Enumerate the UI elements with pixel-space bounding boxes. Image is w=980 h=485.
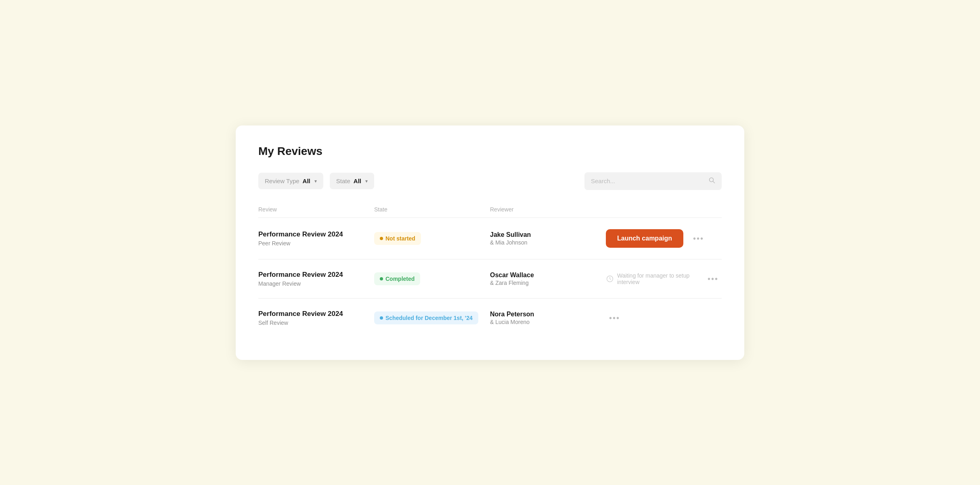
more-options-button-3[interactable]: ••• [606,312,623,324]
search-input[interactable] [591,178,706,184]
review-cell-1: Performance Review 2024 Peer Review [258,230,374,247]
badge-dot-2 [380,277,383,280]
table-header: Review State Reviewer [258,206,722,218]
reviewer-cell-1: Jake Sullivan & Mia Johnson [490,231,606,246]
search-box[interactable] [584,172,722,190]
clock-icon [606,275,614,283]
main-card: My Reviews Review Type All ▾ State All ▾… [236,125,744,360]
state-cell-2: Completed [374,272,490,285]
review-type-value: All [303,178,310,184]
table-row: Performance Review 2024 Peer Review Not … [258,218,722,259]
reviewer-cell-2: Oscar Wallace & Zara Fleming [490,272,606,286]
table-row: Performance Review 2024 Manager Review C… [258,259,722,299]
more-options-button-2[interactable]: ••• [704,273,722,284]
state-cell-3: Scheduled for December 1st, '24 [374,311,490,324]
review-type-filter[interactable]: Review Type All ▾ [258,173,323,189]
review-name-3: Performance Review 2024 [258,310,374,318]
table-row: Performance Review 2024 Self Review Sche… [258,299,722,337]
action-cell-1: Launch campaign ••• [606,229,722,248]
search-icon [709,177,715,185]
review-type-3: Self Review [258,320,374,326]
state-label-2: Completed [385,276,415,282]
svg-line-1 [713,181,715,183]
state-badge-2: Completed [374,272,420,285]
review-type-label: Review Type [265,178,299,184]
review-type-1: Peer Review [258,240,374,247]
col-reviewer: Reviewer [490,206,606,213]
col-action [606,206,722,213]
review-cell-3: Performance Review 2024 Self Review [258,310,374,326]
reviewer-secondary-3: & Lucia Moreno [490,319,606,325]
reviewer-primary-2: Oscar Wallace [490,272,606,279]
state-chevron-icon: ▾ [365,178,368,184]
reviewer-primary-1: Jake Sullivan [490,231,606,238]
badge-dot-3 [380,316,383,320]
state-cell-1: Not started [374,232,490,245]
action-cell-3: ••• [606,312,722,324]
launch-campaign-button[interactable]: Launch campaign [606,229,683,248]
state-value: All [354,178,361,184]
review-name-1: Performance Review 2024 [258,230,374,238]
waiting-status: Waiting for manager to setup interview [606,272,698,285]
col-state: State [374,206,490,213]
action-cell-2: Waiting for manager to setup interview •… [606,272,722,285]
state-label: State [336,178,350,184]
reviewer-secondary-2: & Zara Fleming [490,280,606,286]
state-label-3: Scheduled for December 1st, '24 [385,315,473,321]
state-label-1: Not started [385,235,415,242]
filters-row: Review Type All ▾ State All ▾ [258,172,722,190]
review-type-chevron-icon: ▾ [314,178,317,184]
waiting-label: Waiting for manager to setup interview [617,272,698,285]
col-review: Review [258,206,374,213]
page-title: My Reviews [258,145,722,158]
review-name-2: Performance Review 2024 [258,271,374,279]
reviewer-primary-3: Nora Peterson [490,311,606,318]
reviewer-cell-3: Nora Peterson & Lucia Moreno [490,311,606,325]
badge-dot-1 [380,237,383,240]
review-type-2: Manager Review [258,280,374,287]
review-cell-2: Performance Review 2024 Manager Review [258,271,374,287]
more-options-button-1[interactable]: ••• [690,233,707,244]
state-badge-3: Scheduled for December 1st, '24 [374,311,478,324]
state-badge-1: Not started [374,232,421,245]
reviewer-secondary-1: & Mia Johnson [490,239,606,246]
state-filter[interactable]: State All ▾ [330,173,374,189]
